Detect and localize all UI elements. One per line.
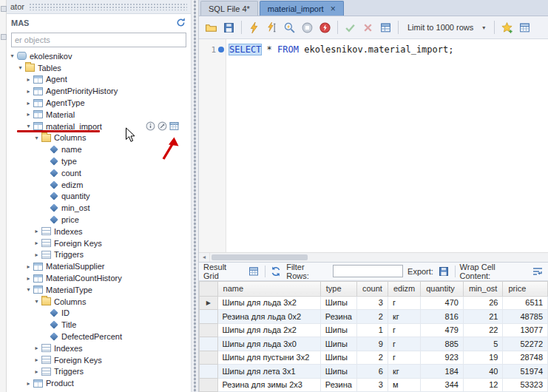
cell[interactable]: 344	[421, 378, 464, 392]
panel-grip[interactable]	[29, 3, 187, 10]
autocommit-icon[interactable]	[378, 20, 393, 36]
cell[interactable]: 885	[421, 337, 464, 351]
tab-sql-file-4[interactable]: SQL File 4*	[200, 1, 258, 16]
collapse-icon[interactable]: ▾	[24, 284, 33, 295]
tree-item-material[interactable]: ▸Material	[7, 109, 191, 121]
sql-editor[interactable]: 1 SELECT * FROM ekolesnikov.material_imp…	[199, 39, 548, 252]
tree-item-agentpriorityhistory[interactable]: ▸AgentPriorityHistory	[7, 85, 191, 97]
cell[interactable]: 21	[463, 310, 503, 324]
refresh-schemas-icon[interactable]	[175, 17, 186, 28]
cell[interactable]: 19	[463, 351, 503, 365]
row-selector[interactable]	[200, 351, 218, 365]
rollback-icon[interactable]	[360, 20, 376, 36]
panel-splitter[interactable]	[191, 0, 198, 392]
expand-icon[interactable]: ▸	[33, 342, 41, 354]
column-header-price[interactable]: price	[503, 281, 548, 296]
tree-item-foreign-keys[interactable]: ▸Foreign Keys	[7, 354, 191, 366]
expand-icon[interactable]: ▸	[33, 237, 41, 249]
tree-item-agenttype[interactable]: ▸AgentType	[7, 97, 191, 109]
tree-item-indexes[interactable]: ▸Indexes	[7, 342, 191, 354]
cell[interactable]: м	[388, 378, 420, 392]
tree-item-ekolesnikov[interactable]: ▾ekolesnikov	[7, 50, 191, 62]
expand-icon[interactable]: ▸	[33, 354, 41, 365]
tree-item-count[interactable]: count	[7, 167, 191, 179]
cell[interactable]: 6511	[503, 296, 548, 310]
cell[interactable]: 470	[421, 296, 464, 310]
collapse-icon[interactable]: ▾	[33, 296, 41, 307]
expand-icon[interactable]: ▸	[24, 378, 33, 389]
tree-item-triggers[interactable]: ▸Triggers	[7, 249, 191, 261]
cell[interactable]: 13077	[503, 323, 548, 337]
expand-icon[interactable]: ▸	[24, 86, 33, 97]
cell[interactable]: Шипы	[320, 365, 356, 379]
cell[interactable]: 26	[463, 296, 503, 310]
column-header-count[interactable]: count	[356, 281, 388, 296]
row-selector[interactable]	[200, 323, 218, 337]
tree-item-foreign-keys[interactable]: ▸Foreign Keys	[7, 237, 191, 249]
row-selector[interactable]	[200, 365, 218, 379]
tree-item-indexes[interactable]: ▸Indexes	[7, 226, 191, 237]
cell[interactable]: 22	[463, 323, 503, 337]
expand-icon[interactable]: ▸	[24, 98, 33, 109]
tree-item-columns[interactable]: ▾Columns	[7, 132, 191, 144]
cell[interactable]: кг	[388, 365, 420, 379]
commit-icon[interactable]	[342, 20, 358, 36]
cell[interactable]: г	[388, 337, 420, 351]
cell[interactable]: 40	[463, 365, 503, 379]
row-selector[interactable]	[200, 337, 218, 351]
cell[interactable]: Шипы	[320, 337, 356, 351]
tree-item-edizm[interactable]: edizm	[7, 179, 191, 191]
refresh-results-icon[interactable]	[270, 265, 283, 277]
cell[interactable]: 28748	[503, 351, 548, 365]
expand-icon[interactable]: ▸	[33, 366, 41, 377]
result-grid-icon[interactable]	[248, 265, 260, 277]
cell[interactable]: г	[388, 296, 420, 310]
tree-item-product[interactable]: ▸Product	[7, 377, 191, 389]
cell[interactable]: 2	[356, 351, 388, 365]
tree-item-materialtype[interactable]: ▾MaterialType	[7, 284, 191, 296]
expand-icon[interactable]: ▸	[24, 74, 33, 85]
row-selector[interactable]: ▶	[200, 296, 218, 310]
column-header-name[interactable]: name	[217, 281, 320, 296]
tree-item-defectedpercent[interactable]: DefectedPercent	[7, 331, 191, 342]
tree-item-name[interactable]: name	[7, 143, 191, 155]
cell[interactable]: 1	[356, 323, 388, 337]
cell[interactable]: Шипы для пустыни 3x2	[217, 351, 320, 365]
cell[interactable]: 12	[463, 378, 503, 392]
tree-item-agent[interactable]: ▸Agent	[7, 74, 191, 86]
cell[interactable]: Резина для льда 0x2	[217, 310, 320, 324]
hscroll-thumb[interactable]	[212, 254, 308, 260]
open-script-icon[interactable]	[203, 20, 219, 36]
column-header-quantity[interactable]: quantity	[421, 281, 464, 296]
row-selector[interactable]	[200, 378, 218, 392]
expand-icon[interactable]: ▸	[33, 249, 41, 260]
collapse-icon[interactable]: ▾	[8, 50, 16, 61]
cell[interactable]: Шипы	[320, 323, 356, 337]
execute-icon[interactable]	[246, 20, 262, 36]
cell[interactable]: 479	[421, 323, 464, 337]
wrap-cell-icon[interactable]	[531, 265, 544, 277]
cell[interactable]: г	[388, 323, 420, 337]
tree-item-title[interactable]: Title	[7, 319, 191, 331]
cell[interactable]: 48785	[503, 310, 548, 324]
cell[interactable]: 6	[356, 365, 388, 379]
cell[interactable]: 52272	[503, 337, 548, 351]
cell[interactable]: 9	[356, 337, 388, 351]
cell[interactable]: Шипы для лета 3x1	[217, 365, 320, 379]
tree-item-min-ost[interactable]: min_ost	[7, 202, 191, 214]
filter-rows-input[interactable]	[333, 265, 403, 277]
cell[interactable]: 184	[421, 365, 464, 379]
sql-text[interactable]: SELECT * FROM ekolesnikov.material_impor…	[226, 39, 456, 252]
settings-icon[interactable]	[158, 121, 167, 131]
cell[interactable]: Шипы для льда 3x0	[217, 337, 320, 351]
limit-rows-dropdown[interactable]: Limit to 1000 rows▾	[403, 21, 490, 33]
cell[interactable]: Резина для зимы 2x3	[217, 378, 320, 392]
cell[interactable]: 53323	[503, 378, 548, 392]
cell[interactable]: Шипы для льда 3x2	[217, 296, 320, 310]
column-header-edizm[interactable]: edizm	[388, 281, 420, 296]
cell[interactable]: кг	[388, 310, 420, 324]
tree-item-price[interactable]: price	[7, 214, 191, 226]
explain-icon[interactable]	[282, 20, 297, 36]
view-grid-icon[interactable]	[517, 20, 532, 36]
export-icon[interactable]	[438, 265, 450, 277]
